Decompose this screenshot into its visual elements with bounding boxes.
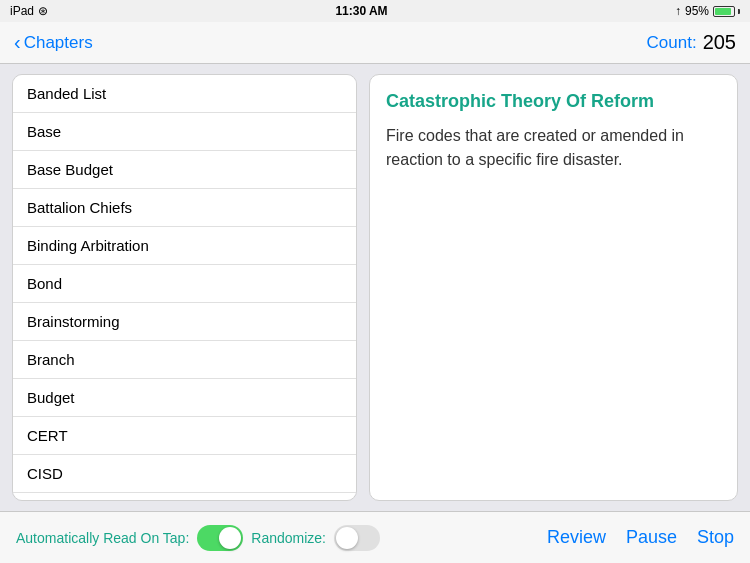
detail-body: Fire codes that are created or amended i… (386, 124, 721, 172)
list-panel: Banded ListBaseBase BudgetBattalion Chie… (12, 74, 357, 501)
bottom-bar: Automatically Read On Tap: Randomize: Re… (0, 511, 750, 563)
status-bar: iPad ⊛ 11:30 AM ↑ 95% (0, 0, 750, 22)
detail-title: Catastrophic Theory Of Reform (386, 91, 721, 112)
battery-percent: 95% (685, 4, 709, 18)
back-label: Chapters (24, 33, 93, 53)
list-item-branch[interactable]: Branch (13, 341, 356, 379)
list-item-crm[interactable]: CRM (13, 493, 356, 501)
chevron-left-icon: ‹ (14, 32, 21, 52)
list-item-battalion-chiefs[interactable]: Battalion Chiefs (13, 189, 356, 227)
randomize-group: Randomize: (251, 525, 380, 551)
battery-icon (713, 6, 740, 17)
detail-panel: Catastrophic Theory Of Reform Fire codes… (369, 74, 738, 501)
randomize-toggle[interactable] (334, 525, 380, 551)
toggle-knob (219, 527, 241, 549)
nav-bar: ‹ Chapters Count: 205 (0, 22, 750, 64)
list-item-budget[interactable]: Budget (13, 379, 356, 417)
count-value: 205 (703, 31, 736, 54)
review-button[interactable]: Review (547, 527, 606, 548)
status-left: iPad ⊛ (10, 4, 48, 18)
back-button[interactable]: ‹ Chapters (14, 33, 93, 53)
list-item-bond[interactable]: Bond (13, 265, 356, 303)
randomize-label: Randomize: (251, 530, 326, 546)
signal-icon: ↑ (675, 4, 681, 18)
toggle-knob-rand (336, 527, 358, 549)
auto-read-label: Automatically Read On Tap: (16, 530, 189, 546)
bottom-actions: ReviewPauseStop (547, 527, 734, 548)
main-content: Banded ListBaseBase BudgetBattalion Chie… (0, 64, 750, 511)
list-item-banded-list[interactable]: Banded List (13, 75, 356, 113)
list-item-cert[interactable]: CERT (13, 417, 356, 455)
stop-button[interactable]: Stop (697, 527, 734, 548)
auto-read-toggle[interactable] (197, 525, 243, 551)
count-display: Count: 205 (647, 31, 736, 54)
list-item-base-budget[interactable]: Base Budget (13, 151, 356, 189)
pause-button[interactable]: Pause (626, 527, 677, 548)
device-label: iPad (10, 4, 34, 18)
count-label: Count: (647, 33, 697, 53)
status-right: ↑ 95% (675, 4, 740, 18)
list-item-brainstorming[interactable]: Brainstorming (13, 303, 356, 341)
wifi-icon: ⊛ (38, 4, 48, 18)
status-time: 11:30 AM (335, 4, 387, 18)
list-item-cisd[interactable]: CISD (13, 455, 356, 493)
bottom-left: Automatically Read On Tap: Randomize: (16, 525, 380, 551)
list-item-binding-arbitration[interactable]: Binding Arbitration (13, 227, 356, 265)
list-item-base[interactable]: Base (13, 113, 356, 151)
